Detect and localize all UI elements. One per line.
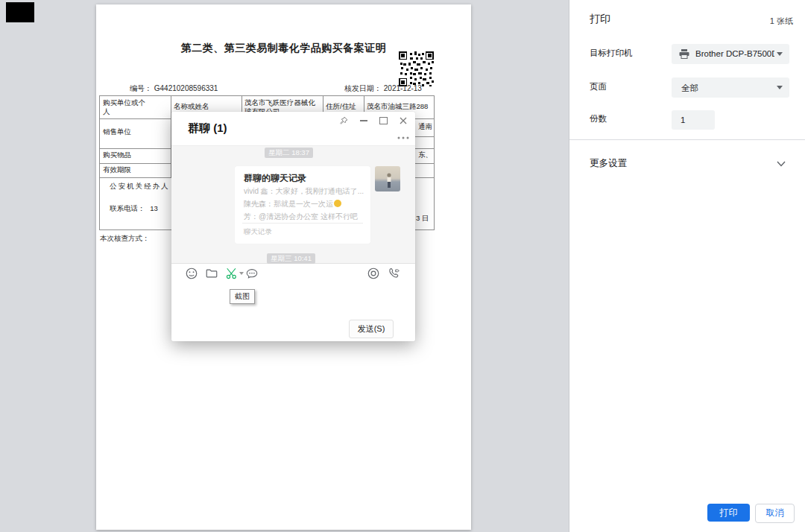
issue-date-value: 2021-12-13 [384,84,422,92]
serial-value: G44210208596331 [154,84,218,92]
sheet-count: 1 张纸 [770,16,793,27]
chat-message-area: 星期二 18:37 群聊的聊天记录 vivid 鑫：大家好，我刚打通电话了...… [171,145,415,264]
dropdown-caret-icon [777,86,783,89]
chevron-down-icon[interactable] [777,161,786,167]
screen-record-icon[interactable] [367,267,380,280]
printer-icon [678,48,690,60]
print-settings-panel: 打印 1 张纸 目标打印机 Brother DCP-B7500D s 页面 全部… [569,0,805,532]
pages-label: 页面 [590,81,607,92]
table-cell-seller-label: 销售单位 [103,127,131,136]
video-call-icon[interactable] [387,267,400,280]
dropdown-caret-icon [777,52,783,56]
issue-date-label: 核发日期： [344,84,382,92]
copies-label: 份数 [590,113,607,124]
card-line: vivid 鑫：大家好，我刚打通电话了... [244,186,364,197]
folder-icon[interactable] [205,267,218,280]
copies-value: 1 [681,115,710,124]
screen: 第二类、第三类易制毒化学品购买备案证明 编号： G44210208596331 … [0,0,805,532]
copies-input[interactable]: 1 [672,110,715,130]
section-divider [569,139,805,140]
card-line: 芳：@清远协会办公室 这样不行吧 [244,212,364,222]
black-rectangle-artifact [6,2,34,22]
chat-title: 群聊 (1) [188,121,227,136]
table-cell-items-label: 购买物品 [103,151,131,159]
phone-label: 联系电话： [110,204,145,212]
destination-value: Brother DCP-B7500D s [695,49,774,58]
table-cell-name-label: 名称或姓名 [174,102,209,111]
destination-label: 目标打印机 [590,48,633,59]
cancel-button[interactable]: 取消 [755,504,795,523]
close-button[interactable] [397,115,410,127]
destination-select[interactable]: Brother DCP-B7500D s [672,44,789,64]
wechat-chat-window: 群聊 (1) 星期二 18:37 群聊的聊天记录 vivid 鑫：大家好，我刚打… [171,112,415,341]
serial-row: 编号： G44210208596331 [130,83,218,94]
card-title: 群聊的聊天记录 [244,172,306,185]
pages-select[interactable]: 全部 [672,77,789,98]
screenshot-dropdown-caret-icon[interactable] [239,272,244,275]
chat-record-card[interactable]: 群聊的聊天记录 vivid 鑫：大家好，我刚打通电话了... 陳先森：那就是一次… [235,166,370,244]
print-button[interactable]: 打印 [707,504,750,522]
scissors-screenshot-icon[interactable] [225,267,239,280]
table-cell-validity-label: 有效期限 [103,165,131,174]
table-cell-phone: 联系电话： 13 [110,204,158,213]
phone-value: 13 [150,204,158,212]
card-footer: 聊天记录 [244,227,272,237]
emoji-face-icon [334,200,341,207]
emoji-smiley-icon[interactable] [185,267,198,280]
print-dialog-title: 打印 [590,13,610,26]
card-divider [242,223,363,224]
contact-avatar[interactable] [375,166,400,191]
timestamp-chip: 星期三 10:41 [267,253,315,264]
minimize-button[interactable] [357,115,370,127]
card-line: 陳先森：那就是一次一次运 [244,199,364,209]
pages-value: 全部 [681,83,771,94]
chat-history-bubble-icon[interactable] [245,267,259,280]
send-button[interactable]: 发送(S) [349,320,394,338]
pin-icon[interactable] [337,115,350,127]
serial-label: 编号： [130,84,152,92]
table-cell-buyer-label: 购买单位或个人 [103,98,151,116]
table-cell-handler: 公安机关经办人 [110,182,170,191]
timestamp-chip: 星期二 18:37 [265,148,313,158]
more-options-icon[interactable] [397,130,410,144]
maximize-button[interactable] [376,115,390,127]
table-fragment: 通南 [418,122,432,132]
table-cell-address-label: 住所/住址 [326,102,356,111]
issue-date-row: 核发日期： 2021-12-13 [344,83,422,94]
table-fragment: 3 日 [416,214,429,224]
table-fragment: 东、 [418,151,432,160]
more-settings-row[interactable]: 更多设置 [590,157,627,170]
verification-method-label: 本次核查方式： [100,234,150,244]
